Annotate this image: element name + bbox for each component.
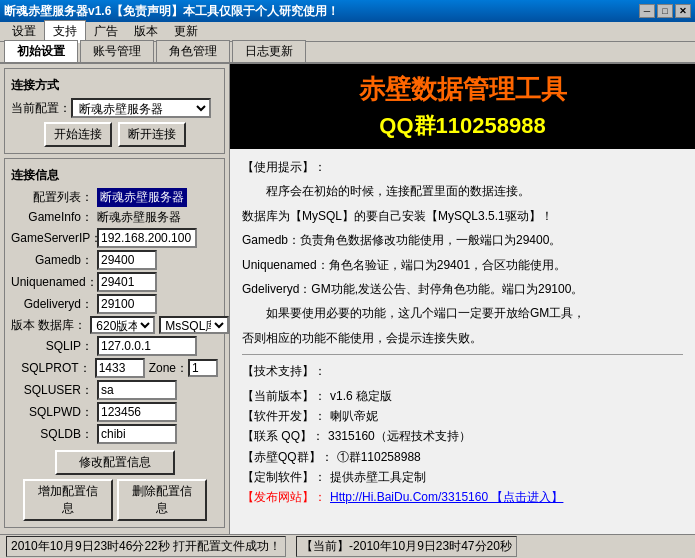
connection-group-content: 连接方式 当前配置： 断魂赤壁服务器 开始连接 断开连接	[5, 69, 224, 153]
usage-text4: Uniquenamed：角色名验证，端口为29401，合区功能使用。	[242, 255, 683, 275]
add-config-button[interactable]: 增加配置信息	[23, 479, 113, 521]
config-select[interactable]: 断魂赤壁服务器	[71, 98, 211, 118]
db-select[interactable]: MsSQL库	[159, 316, 229, 334]
gamedb-input[interactable]	[97, 250, 157, 270]
connect-buttons: 开始连接 断开连接	[11, 122, 218, 147]
info-group-title-wrap: 连接信息	[11, 167, 218, 184]
status-left: 2010年10月9日23时46分22秒 打开配置文件成功！	[6, 536, 286, 557]
tech-row-4: 【定制软件】： 提供赤壁工具定制	[242, 467, 683, 487]
sqlprot-row: SQLPROT： Zone：	[11, 358, 218, 378]
add-delete-row: 增加配置信息 删除配置信息	[11, 479, 218, 521]
usage-text5: Gdeliveryd：GM功能,发送公告、封停角色功能。端口为29100。	[242, 279, 683, 299]
tab-initial-settings[interactable]: 初始设置	[4, 40, 78, 62]
tech-value-2: 3315160（远程技术支持）	[328, 426, 471, 446]
config-list-value: 断魂赤壁服务器	[97, 188, 187, 207]
tab-account-management[interactable]: 账号管理	[80, 40, 154, 62]
tech-row-1: 【软件开发】： 喇叭帝妮	[242, 406, 683, 426]
sqldb-label: SQLDB：	[11, 426, 97, 443]
tech-label-5: 【发布网站】：	[242, 487, 326, 507]
window-title: 断魂赤壁服务器v1.6【免责声明】本工具仅限于个人研究使用！	[4, 3, 639, 20]
disconnect-button[interactable]: 断开连接	[118, 122, 186, 147]
sqlip-row: SQLIP：	[11, 336, 218, 356]
gameinfo-row: GameInfo： 断魂赤壁服务器	[11, 209, 218, 226]
sqluser-row: SQLUSER：	[11, 380, 218, 400]
sqldb-row: SQLDB：	[11, 424, 218, 444]
sqlprot-input[interactable]	[95, 358, 145, 378]
right-panel: 赤壁数据管理工具 QQ群110258988 【使用提示】： 程序会在初始的时候，…	[230, 64, 695, 534]
sqluser-label: SQLUSER：	[11, 382, 97, 399]
sqlip-input[interactable]	[97, 336, 197, 356]
connection-info-group: 连接信息 配置列表： 断魂赤壁服务器 GameInfo： 断魂赤壁服务器 Gam…	[4, 158, 225, 528]
config-select-wrap: 断魂赤壁服务器	[71, 98, 211, 118]
status-bar: 2010年10月9日23时46分22秒 打开配置文件成功！ 【当前】-2010年…	[0, 534, 695, 558]
gameinfo-label: GameInfo：	[11, 209, 97, 226]
delete-config-button[interactable]: 删除配置信息	[117, 479, 207, 521]
gamedb-label: Gamedb：	[11, 252, 97, 269]
tech-label-0: 【当前版本】：	[242, 386, 326, 406]
tech-value-1: 喇叭帝妮	[330, 406, 378, 426]
modify-row: 修改配置信息	[11, 450, 218, 475]
gameserverip-label: GameServerIP：	[11, 230, 97, 247]
tech-row-5: 【发布网站】： Http://Hi.BaiDu.Com/3315160 【点击进…	[242, 487, 683, 507]
menu-version[interactable]: 版本	[126, 21, 166, 42]
connection-info-content: 连接信息 配置列表： 断魂赤壁服务器 GameInfo： 断魂赤壁服务器 Gam…	[5, 159, 224, 527]
sqlprot-label: SQLPROT：	[11, 360, 95, 377]
gdeliveryd-label: Gdeliveryd：	[11, 296, 97, 313]
gdeliveryd-row: Gdeliveryd：	[11, 294, 218, 314]
tech-value-link[interactable]: Http://Hi.BaiDu.Com/3315160 【点击进入】	[330, 487, 563, 507]
right-content: 【使用提示】： 程序会在初始的时候，连接配置里面的数据连接。 数据库为【MySQ…	[230, 149, 695, 534]
tech-row-3: 【赤壁QQ群】： ①群110258988	[242, 447, 683, 467]
minimize-button[interactable]: ─	[639, 4, 655, 18]
connect-button[interactable]: 开始连接	[44, 122, 112, 147]
main-container: 连接方式 当前配置： 断魂赤壁服务器 开始连接 断开连接	[0, 64, 695, 534]
usage-text3: Gamedb：负责角色数据修改功能使用，一般端口为29400。	[242, 230, 683, 250]
maximize-button[interactable]: □	[657, 4, 673, 18]
zone-input[interactable]	[188, 359, 218, 377]
version-label: 版本 数据库：	[11, 317, 90, 334]
menu-bar: 设置 支持 广告 版本 更新	[0, 22, 695, 42]
tech-label-3: 【赤壁QQ群】：	[242, 447, 333, 467]
tech-value-0: v1.6 稳定版	[330, 386, 392, 406]
menu-update[interactable]: 更新	[166, 21, 206, 42]
uniquenamed-input[interactable]	[97, 272, 157, 292]
menu-ads[interactable]: 广告	[86, 21, 126, 42]
current-config-row: 当前配置： 断魂赤壁服务器	[11, 98, 218, 118]
menu-settings[interactable]: 设置	[4, 21, 44, 42]
left-panel: 连接方式 当前配置： 断魂赤壁服务器 开始连接 断开连接	[0, 64, 230, 534]
zone-label: Zone：	[149, 360, 188, 377]
usage-title: 【使用提示】：	[242, 157, 683, 177]
tab-role-management[interactable]: 角色管理	[156, 40, 230, 62]
close-button[interactable]: ✕	[675, 4, 691, 18]
tab-bar: 初始设置 账号管理 角色管理 日志更新	[0, 42, 695, 64]
right-header-subtitle: QQ群110258988	[242, 111, 683, 141]
status-right: 【当前】-2010年10月9日23时47分20秒	[296, 536, 517, 557]
tech-label-2: 【联系 QQ】：	[242, 426, 324, 446]
connection-group: 连接方式 当前配置： 断魂赤壁服务器 开始连接 断开连接	[4, 68, 225, 154]
sqluser-input[interactable]	[97, 380, 177, 400]
tech-title: 【技术支持】：	[242, 361, 683, 381]
usage-text6: 如果要使用必要的功能，这几个端口一定要开放给GM工具，	[242, 303, 683, 323]
divider	[242, 354, 683, 355]
tech-row-0: 【当前版本】： v1.6 稳定版	[242, 386, 683, 406]
current-config-label: 当前配置：	[11, 100, 71, 117]
tech-support: 【当前版本】： v1.6 稳定版 【软件开发】： 喇叭帝妮 【联系 QQ】： 3…	[242, 386, 683, 508]
gdeliveryd-input[interactable]	[97, 294, 157, 314]
connection-group-title: 连接方式	[11, 78, 59, 92]
sqldb-input[interactable]	[97, 424, 177, 444]
modify-config-button[interactable]: 修改配置信息	[55, 450, 175, 475]
sqlpwd-input[interactable]	[97, 402, 177, 422]
gameserverip-row: GameServerIP：	[11, 228, 218, 248]
tab-log-update[interactable]: 日志更新	[232, 40, 306, 62]
sqlpwd-label: SQLPWD：	[11, 404, 97, 421]
usage-text7: 否则相应的功能不能使用，会提示连接失败。	[242, 328, 683, 348]
connection-group-title-wrap: 连接方式	[11, 77, 218, 94]
config-list-row: 配置列表： 断魂赤壁服务器	[11, 188, 218, 207]
gameserverip-input[interactable]	[97, 228, 197, 248]
right-header: 赤壁数据管理工具 QQ群110258988	[230, 64, 695, 149]
version-select[interactable]: 620版本	[90, 316, 155, 334]
config-list-label: 配置列表：	[11, 189, 97, 206]
right-header-title: 赤壁数据管理工具	[242, 72, 683, 107]
sqlip-label: SQLIP：	[11, 338, 97, 355]
tech-value-3: ①群110258988	[337, 447, 421, 467]
tech-row-2: 【联系 QQ】： 3315160（远程技术支持）	[242, 426, 683, 446]
